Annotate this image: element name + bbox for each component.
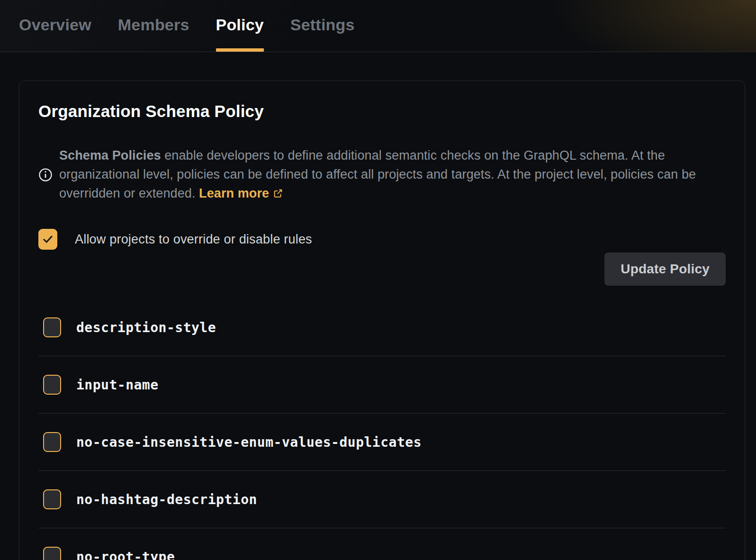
tab-members[interactable]: Members: [118, 0, 189, 52]
allow-override-row[interactable]: Allow projects to override or disable ru…: [38, 229, 312, 250]
tab-bar: Overview Members Policy Settings: [19, 0, 355, 52]
rule-row: description-style: [38, 299, 726, 356]
learn-more-link[interactable]: Learn more: [199, 186, 269, 200]
rule-name-label: input-name: [76, 377, 159, 393]
update-policy-button[interactable]: Update Policy: [604, 253, 726, 286]
rules-list: description-style input-name no-case-ins…: [38, 299, 726, 560]
rule-row: input-name: [38, 356, 726, 414]
policy-card: Organization Schema Policy Schema Polici…: [19, 81, 745, 560]
tab-settings-label: Settings: [290, 16, 355, 34]
external-link-icon: [273, 185, 283, 204]
rule-checkbox[interactable]: [43, 489, 61, 509]
rule-name-label: description-style: [76, 320, 216, 335]
rule-checkbox[interactable]: [43, 547, 61, 560]
rule-name-label: no-root-type: [76, 549, 175, 560]
rule-row: no-root-type: [38, 528, 726, 560]
tab-policy[interactable]: Policy: [216, 0, 264, 52]
policy-description: Schema Policies enable developers to def…: [38, 133, 726, 217]
tab-settings[interactable]: Settings: [290, 0, 355, 52]
policy-description-text: Schema Policies enable developers to def…: [59, 146, 726, 204]
top-nav: Overview Members Policy Settings: [0, 0, 756, 52]
rule-checkbox[interactable]: [43, 432, 61, 452]
description-bold: Schema Policies: [59, 148, 161, 163]
allow-override-label: Allow projects to override or disable ru…: [75, 232, 312, 247]
allow-override-checkbox[interactable]: [38, 229, 57, 250]
rule-row: no-hashtag-description: [38, 471, 726, 528]
tab-overview-label: Overview: [19, 16, 91, 34]
tab-members-label: Members: [118, 16, 189, 34]
info-icon: [38, 168, 53, 182]
tab-policy-label: Policy: [216, 16, 264, 34]
rule-row: no-case-insensitive-enum-values-duplicat…: [38, 414, 726, 471]
page-title: Organization Schema Policy: [38, 102, 726, 121]
rule-name-label: no-case-insensitive-enum-values-duplicat…: [76, 434, 422, 450]
tab-overview[interactable]: Overview: [19, 0, 91, 52]
rule-checkbox[interactable]: [43, 317, 61, 337]
rule-checkbox[interactable]: [43, 375, 61, 395]
rule-name-label: no-hashtag-description: [76, 492, 257, 507]
